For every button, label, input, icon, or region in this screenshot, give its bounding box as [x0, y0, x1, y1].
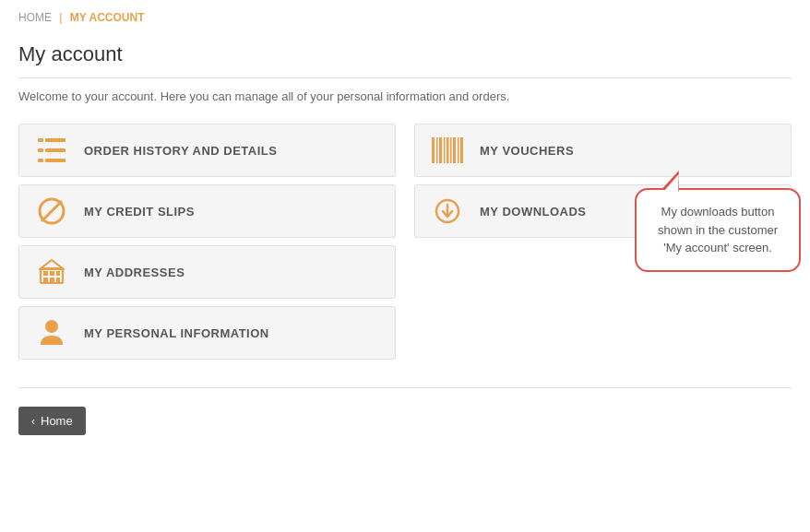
svg-rect-20 — [444, 137, 446, 163]
svg-rect-14 — [56, 278, 60, 283]
svg-rect-9 — [43, 271, 48, 276]
svg-rect-24 — [458, 137, 459, 163]
addresses-label: MY ADDRESSES — [84, 266, 185, 279]
svg-rect-22 — [450, 137, 452, 163]
breadcrumb-home-link[interactable]: HOME — [18, 11, 52, 24]
page-title: My account — [18, 42, 792, 78]
breadcrumb-separator: | — [59, 11, 62, 24]
chevron-icon: ‹ — [31, 415, 35, 428]
building-icon — [34, 254, 69, 290]
credit-slips-label: MY CREDIT SLIPS — [84, 205, 195, 219]
account-grid: ORDER HISTORY AND DETAILS MY CREDIT SLIP… — [18, 124, 792, 360]
credit-slips-button[interactable]: MY CREDIT SLIPS — [18, 184, 396, 238]
svg-rect-21 — [447, 137, 449, 163]
callout-text: My downloads button shown in the custome… — [658, 205, 778, 254]
breadcrumb: HOME | MY ACCOUNT — [18, 11, 792, 31]
svg-line-7 — [42, 201, 62, 221]
welcome-text: Welcome to your account. Here you can ma… — [18, 89, 792, 103]
left-column: ORDER HISTORY AND DETAILS MY CREDIT SLIP… — [18, 124, 396, 360]
svg-rect-18 — [436, 137, 438, 163]
svg-rect-0 — [38, 138, 43, 142]
svg-rect-4 — [38, 159, 43, 162]
svg-rect-25 — [460, 137, 463, 163]
svg-rect-1 — [45, 138, 66, 142]
home-button[interactable]: ‹ Home — [18, 407, 86, 435]
svg-point-16 — [45, 320, 58, 333]
svg-rect-17 — [432, 137, 435, 163]
callout-bubble: My downloads button shown in the custome… — [635, 188, 801, 272]
breadcrumb-current: MY ACCOUNT — [70, 11, 145, 24]
addresses-button[interactable]: MY ADDRESSES — [18, 245, 396, 299]
downloads-label: MY DOWNLOADS — [480, 205, 587, 219]
svg-rect-23 — [453, 137, 456, 163]
vouchers-button[interactable]: MY VOUCHERS — [414, 124, 792, 177]
list-icon — [34, 133, 69, 168]
personal-info-label: MY PERSONAL INFORMATION — [84, 326, 269, 340]
svg-rect-13 — [50, 278, 54, 283]
svg-rect-3 — [45, 148, 66, 152]
page-wrapper: HOME | MY ACCOUNT My account Welcome to … — [0, 0, 810, 472]
svg-rect-2 — [38, 148, 43, 152]
order-history-button[interactable]: ORDER HISTORY AND DETAILS — [18, 124, 396, 177]
svg-rect-19 — [439, 137, 442, 163]
vouchers-label: MY VOUCHERS — [480, 144, 574, 158]
order-history-label: ORDER HISTORY AND DETAILS — [84, 144, 277, 158]
svg-rect-12 — [43, 278, 48, 283]
person-icon — [34, 315, 69, 350]
ban-icon — [34, 194, 69, 229]
right-column: MY VOUCHERS MY DOWNLOADS My downloads bu… — [414, 124, 792, 238]
svg-rect-11 — [56, 271, 60, 276]
home-button-label: Home — [41, 414, 73, 428]
svg-rect-10 — [50, 271, 54, 276]
svg-rect-5 — [45, 159, 66, 162]
download-icon — [430, 194, 465, 229]
barcode-icon — [430, 133, 465, 168]
bottom-divider — [18, 387, 792, 388]
personal-info-button[interactable]: MY PERSONAL INFORMATION — [18, 306, 396, 360]
